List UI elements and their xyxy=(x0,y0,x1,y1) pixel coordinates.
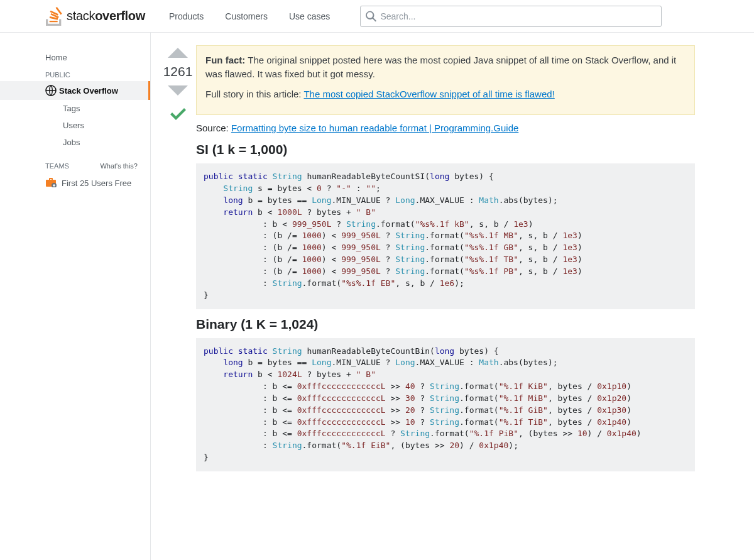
briefcase-icon xyxy=(45,177,57,189)
code-block-binary[interactable]: public static String humanReadableByteCo… xyxy=(196,338,695,471)
downvote-button[interactable] xyxy=(168,85,188,96)
accepted-check-icon xyxy=(167,103,189,126)
sidebar-teams-label: TEAMS xyxy=(45,162,69,170)
nav-products[interactable]: Products xyxy=(160,6,212,26)
funfact-label: Fun fact: xyxy=(205,55,245,65)
fun-fact-notice: Fun fact: The original snippet posted he… xyxy=(196,45,695,115)
vote-count: 1261 xyxy=(163,62,193,82)
vote-column: 1261 xyxy=(160,45,196,548)
stackoverflow-icon xyxy=(45,7,63,26)
site-logo[interactable]: stackoverflow xyxy=(45,7,145,26)
search-input[interactable] xyxy=(380,11,656,21)
globe-icon xyxy=(45,85,57,96)
fullstory-pre: Full story in this article: xyxy=(205,89,303,99)
source-link[interactable]: Formatting byte size to human readable f… xyxy=(231,123,518,133)
sidebar-jobs[interactable]: Jobs xyxy=(0,134,150,151)
search-icon xyxy=(366,11,376,22)
heading-si: SI (1 k = 1,000) xyxy=(196,142,695,157)
sidebar-users[interactable]: Users xyxy=(0,117,150,134)
sidebar-first25[interactable]: First 25 Users Free xyxy=(0,173,150,193)
upvote-button[interactable] xyxy=(168,48,188,58)
search-box[interactable] xyxy=(360,6,662,27)
sidebar-home[interactable]: Home xyxy=(0,49,150,66)
fullstory-link[interactable]: The most copied StackOverflow snippet of… xyxy=(303,89,554,99)
main-content: 1261 Fun fact: The original snippet post… xyxy=(151,33,754,560)
left-sidebar: Home PUBLIC Stack Overflow Tags Users Jo… xyxy=(0,33,151,560)
sidebar-stack-overflow[interactable]: Stack Overflow xyxy=(0,81,150,100)
funfact-text: The original snippet posted here was the… xyxy=(205,55,676,79)
sidebar-public-label: PUBLIC xyxy=(0,66,150,81)
source-line: Source: Formatting byte size to human re… xyxy=(196,123,695,133)
nav-usecases[interactable]: Use cases xyxy=(280,6,339,26)
code-block-si[interactable]: public static String humanReadableByteCo… xyxy=(196,163,695,309)
heading-binary: Binary (1 K = 1,024) xyxy=(196,317,695,332)
logo-text: stackoverflow xyxy=(67,9,145,23)
sidebar-tags[interactable]: Tags xyxy=(0,100,150,117)
sidebar-whats-this[interactable]: What's this? xyxy=(100,162,138,170)
answer-body: Fun fact: The original snippet posted he… xyxy=(196,45,711,548)
nav-customers[interactable]: Customers xyxy=(216,6,276,26)
top-navbar: stackoverflow Products Customers Use cas… xyxy=(0,0,754,33)
sidebar-teams-row: TEAMS What's this? xyxy=(0,151,150,173)
